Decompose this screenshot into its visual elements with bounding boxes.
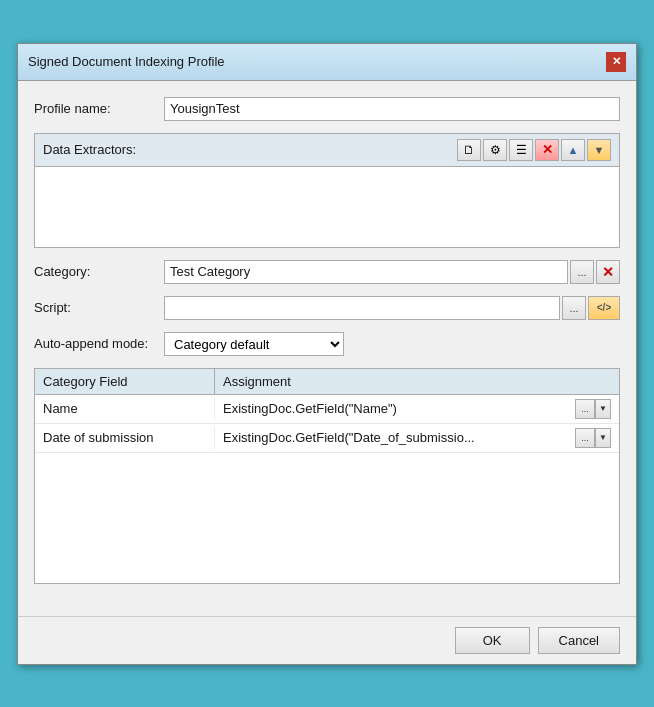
table-row: Date of submission ExistingDoc.GetField(… — [35, 424, 619, 453]
delete-extractor-button[interactable]: ✕ — [535, 139, 559, 161]
script-input[interactable] — [164, 296, 560, 320]
assignment-text-1: ExistingDoc.GetField("Date_of_submissio.… — [223, 430, 575, 445]
script-js-button[interactable]: </> — [588, 296, 620, 320]
ok-button[interactable]: OK — [455, 627, 530, 654]
extractors-section: Data Extractors: 🗋 ⚙ ☰ ✕ ▲ — [34, 133, 620, 248]
fields-table: Category Field Assignment Name ExistingD… — [34, 368, 620, 584]
script-input-wrapper: ... </> — [164, 296, 620, 320]
assignment-browse-0[interactable]: ... — [575, 399, 595, 419]
assignment-cell-1: ExistingDoc.GetField("Date_of_submissio.… — [215, 424, 619, 452]
category-row: Category: ... ✕ — [34, 260, 620, 284]
title-bar: Signed Document Indexing Profile ✕ — [18, 44, 636, 81]
new-icon: 🗋 — [463, 143, 475, 157]
list-button[interactable]: ☰ — [509, 139, 533, 161]
dialog-title: Signed Document Indexing Profile — [28, 54, 225, 69]
category-browse-button[interactable]: ... — [570, 260, 594, 284]
toolbar-buttons: 🗋 ⚙ ☰ ✕ ▲ ▼ — [457, 139, 611, 161]
extractors-header: Data Extractors: 🗋 ⚙ ☰ ✕ ▲ — [35, 134, 619, 167]
field-name-cell: Name — [35, 397, 215, 420]
auto-append-select[interactable]: Category default Append Do not append — [164, 332, 344, 356]
dialog-footer: OK Cancel — [18, 616, 636, 664]
profile-name-row: Profile name: — [34, 97, 620, 121]
close-button[interactable]: ✕ — [606, 52, 626, 72]
extractors-body — [35, 167, 619, 247]
category-clear-button[interactable]: ✕ — [596, 260, 620, 284]
assignment-controls-1: ... ▼ — [575, 428, 611, 448]
settings-button[interactable]: ⚙ — [483, 139, 507, 161]
category-input-wrapper: ... ✕ — [164, 260, 620, 284]
profile-name-input[interactable] — [164, 97, 620, 121]
assignment-dropdown-1[interactable]: ▼ — [595, 428, 611, 448]
profile-name-label: Profile name: — [34, 101, 164, 116]
delete-icon: ✕ — [542, 142, 553, 157]
script-label: Script: — [34, 300, 164, 315]
category-label: Category: — [34, 264, 164, 279]
new-extractor-button[interactable]: 🗋 — [457, 139, 481, 161]
script-browse-button[interactable]: ... — [562, 296, 586, 320]
field-name-cell-1: Date of submission — [35, 426, 215, 449]
cancel-button[interactable]: Cancel — [538, 627, 620, 654]
column-header-assignment: Assignment — [215, 369, 619, 394]
gear-icon: ⚙ — [490, 143, 501, 157]
assignment-text-0: ExistingDoc.GetField("Name") — [223, 401, 575, 416]
assignment-dropdown-0[interactable]: ▼ — [595, 399, 611, 419]
dialog-body: Profile name: Data Extractors: 🗋 ⚙ ☰ — [18, 81, 636, 616]
script-row: Script: ... </> — [34, 296, 620, 320]
assignment-cell-0: ExistingDoc.GetField("Name") ... ▼ — [215, 395, 619, 423]
table-header: Category Field Assignment — [35, 369, 619, 395]
list-icon: ☰ — [516, 143, 527, 157]
table-row: Name ExistingDoc.GetField("Name") ... ▼ — [35, 395, 619, 424]
assignment-browse-1[interactable]: ... — [575, 428, 595, 448]
extractors-label: Data Extractors: — [43, 142, 136, 157]
auto-append-row: Auto-append mode: Category default Appen… — [34, 332, 620, 356]
table-empty-space — [35, 453, 619, 583]
auto-append-label: Auto-append mode: — [34, 336, 164, 351]
move-up-button[interactable]: ▲ — [561, 139, 585, 161]
category-input[interactable] — [164, 260, 568, 284]
assignment-controls-0: ... ▼ — [575, 399, 611, 419]
up-icon: ▲ — [568, 144, 579, 156]
move-down-button[interactable]: ▼ — [587, 139, 611, 161]
dialog-window: Signed Document Indexing Profile ✕ Profi… — [17, 43, 637, 665]
column-header-field: Category Field — [35, 369, 215, 394]
down-icon: ▼ — [594, 144, 605, 156]
